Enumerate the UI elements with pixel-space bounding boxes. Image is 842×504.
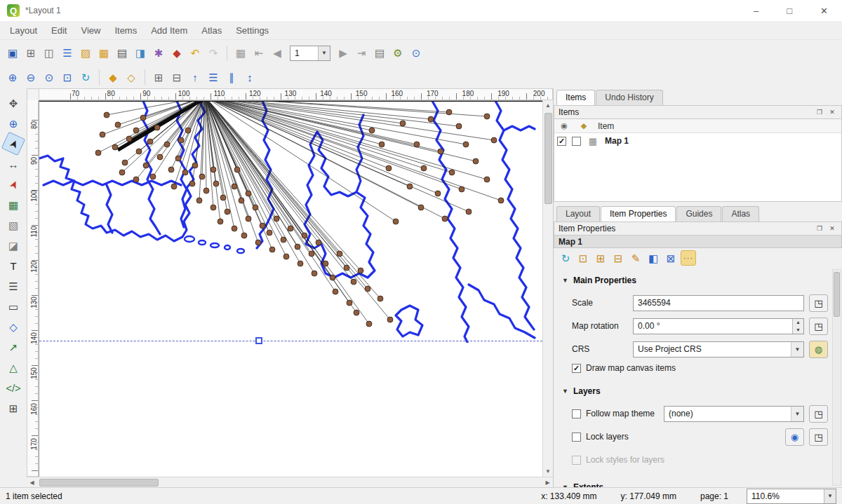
zoom-in-icon[interactable]: ⊕ xyxy=(4,69,21,86)
item-row-label[interactable]: Map 1 xyxy=(605,136,629,146)
zoom-out-icon[interactable]: ⊖ xyxy=(22,69,39,86)
float-panel-icon[interactable]: ❐ xyxy=(815,107,824,117)
align-items-icon[interactable]: ☰ xyxy=(205,69,222,86)
map-theme-value[interactable]: (none) xyxy=(664,407,791,421)
move-item-content-icon[interactable]: ↔ xyxy=(4,155,22,173)
maximize-button[interactable]: □ xyxy=(787,6,792,16)
update-map-preview-icon[interactable]: ↻ xyxy=(558,250,573,266)
chevron-down-icon[interactable]: ▼ xyxy=(318,46,330,60)
edit-nodes-item-icon[interactable]: ➤ xyxy=(1,172,26,197)
interactively-edit-extent-icon[interactable]: ✎ xyxy=(628,250,643,266)
canvas-vertical-scrollbar[interactable]: ▲ ▼ xyxy=(542,100,553,477)
properties-scrollbar[interactable] xyxy=(832,269,841,486)
set-canvas-to-map-extent-icon[interactable]: ⊟ xyxy=(610,250,626,266)
follow-map-theme-checkbox[interactable] xyxy=(572,409,581,418)
zoom-icon[interactable]: ⊕ xyxy=(4,114,22,132)
layout-canvas[interactable] xyxy=(39,100,542,477)
previous-feature-icon[interactable]: ◀ xyxy=(269,45,286,62)
atlas-settings-icon[interactable]: ⚙ xyxy=(389,45,406,62)
print-atlas-icon[interactable]: ▤ xyxy=(371,45,388,62)
add-shape-icon[interactable]: ◇ xyxy=(4,318,22,336)
data-defined-override-icon[interactable]: ◳ xyxy=(809,405,828,423)
close-panel-icon[interactable]: ✕ xyxy=(827,107,837,117)
scrollbar-thumb[interactable] xyxy=(39,479,159,486)
clipping-settings-icon[interactable]: ⊠ xyxy=(663,250,679,266)
tab-items[interactable]: Items xyxy=(556,90,595,105)
menu-edit[interactable]: Edit xyxy=(44,22,74,39)
refresh-view-icon[interactable]: ↻ xyxy=(77,69,94,86)
raise-items-icon[interactable]: ↑ xyxy=(187,69,203,86)
atlas-feature-spinbox[interactable]: 1 ▼ xyxy=(290,46,330,61)
crs-value[interactable]: Use Project CRS xyxy=(634,342,791,357)
menu-items[interactable]: Items xyxy=(107,22,144,39)
menu-add-item[interactable]: Add Item xyxy=(144,22,194,39)
menu-view[interactable]: View xyxy=(74,22,107,39)
view-map-extent-in-canvas-icon[interactable]: ⊞ xyxy=(593,250,608,266)
undo-icon[interactable]: ↶ xyxy=(187,45,203,62)
zoom-level-combo[interactable]: 110.6% ▼ xyxy=(747,489,836,504)
lock-layers-checkbox[interactable] xyxy=(572,433,581,442)
add-node-item-icon[interactable]: △ xyxy=(4,358,22,376)
scrollbar-thumb[interactable] xyxy=(544,113,552,204)
save-project-icon[interactable]: ▣ xyxy=(4,45,21,62)
selection-handle[interactable] xyxy=(255,337,262,344)
labeling-settings-icon[interactable]: ◧ xyxy=(646,250,661,266)
tab-layout[interactable]: Layout xyxy=(556,206,600,222)
chevron-down-icon[interactable]: ▼ xyxy=(791,407,803,421)
layers-header[interactable]: ▼ Layers xyxy=(561,383,828,400)
add-3d-map-icon[interactable]: ▧ xyxy=(4,216,22,234)
set-map-extent-to-canvas-icon[interactable]: ⊡ xyxy=(575,250,591,266)
scroll-down-icon[interactable]: ▼ xyxy=(543,466,554,477)
lock-selected-items-icon[interactable]: ◆ xyxy=(105,69,121,86)
add-label-icon[interactable]: T xyxy=(4,257,22,275)
ungroup-items-icon[interactable]: ⊟ xyxy=(168,69,185,86)
item-lock-checkbox[interactable] xyxy=(572,137,581,146)
duplicate-layout-icon[interactable]: ◫ xyxy=(41,45,58,62)
spinner-arrows[interactable]: ▲▼ xyxy=(792,319,803,334)
main-properties-header[interactable]: ▼ Main Properties xyxy=(561,272,828,289)
group-items-icon[interactable]: ⊞ xyxy=(150,69,167,86)
select-crs-button[interactable]: ◍ xyxy=(809,341,828,358)
item-row-map1[interactable]: ▦ Map 1 xyxy=(554,133,841,149)
scale-input[interactable]: 3465594 xyxy=(633,295,804,311)
first-feature-icon[interactable]: ⇤ xyxy=(250,45,267,62)
add-arrow-icon[interactable]: ↗ xyxy=(4,338,22,356)
export-image-icon[interactable]: ◨ xyxy=(132,45,149,62)
layout-manager-icon[interactable]: ☰ xyxy=(59,45,76,62)
draw-canvas-items-row[interactable]: Draw map canvas items xyxy=(572,363,828,373)
menu-atlas[interactable]: Atlas xyxy=(194,22,229,39)
scroll-up-icon[interactable]: ▲ xyxy=(543,100,554,111)
data-defined-override-icon[interactable]: ◳ xyxy=(809,294,828,312)
item-visibility-checkbox[interactable] xyxy=(557,137,566,146)
zoom-level-value[interactable]: 110.6% xyxy=(747,489,824,503)
preview-atlas-icon[interactable]: ▦ xyxy=(232,45,249,62)
chevron-down-icon[interactable]: ▼ xyxy=(824,489,836,503)
resize-items-icon[interactable]: ↕ xyxy=(241,69,258,86)
export-atlas-icon[interactable]: ⊙ xyxy=(408,45,425,62)
data-defined-override-icon[interactable]: ◳ xyxy=(809,318,828,335)
extents-header[interactable]: ▼ Extents xyxy=(561,479,828,487)
tab-guides[interactable]: Guides xyxy=(676,206,721,222)
scroll-left-icon[interactable]: ◀ xyxy=(27,477,37,488)
print-icon[interactable]: ▤ xyxy=(114,45,131,62)
more-map-settings-icon[interactable]: ··· xyxy=(681,250,696,266)
chevron-down-icon[interactable]: ▼ xyxy=(791,342,803,357)
scroll-right-icon[interactable]: ▶ xyxy=(542,477,553,488)
distribute-items-icon[interactable]: ∥ xyxy=(223,69,240,86)
redo-icon[interactable]: ↷ xyxy=(205,45,222,62)
minimize-button[interactable]: – xyxy=(754,6,759,16)
map-item[interactable] xyxy=(39,101,536,343)
scrollbar-thumb[interactable] xyxy=(834,272,840,317)
pan-icon[interactable]: ✥ xyxy=(4,94,22,112)
save-as-template-icon[interactable]: ▦ xyxy=(95,45,112,62)
map-rotation-value[interactable]: 0.00 ° xyxy=(634,319,792,334)
add-legend-icon[interactable]: ☰ xyxy=(4,277,22,295)
unlock-all-items-icon[interactable]: ◇ xyxy=(123,69,140,86)
map-theme-dropdown[interactable]: (none) ▼ xyxy=(664,406,804,422)
canvas-horizontal-scrollbar[interactable]: ◀ ▶ xyxy=(27,477,553,487)
float-panel-icon[interactable]: ❐ xyxy=(815,224,824,233)
tab-undo-history[interactable]: Undo History xyxy=(596,90,662,105)
last-feature-icon[interactable]: ⇥ xyxy=(353,45,370,62)
next-feature-icon[interactable]: ▶ xyxy=(335,45,352,62)
atlas-feature-value[interactable]: 1 xyxy=(290,46,318,60)
